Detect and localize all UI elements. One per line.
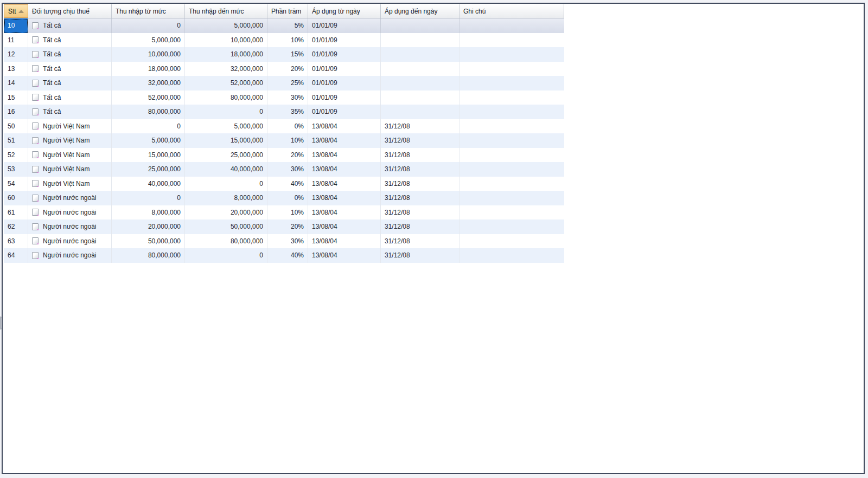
cell-stt[interactable]: 11 <box>4 33 28 48</box>
cell-thu-nhap-den-muc[interactable]: 5,000,000 <box>185 18 267 33</box>
cell-phan-tram[interactable]: 5% <box>267 18 308 33</box>
cell-ap-dung-tu-ngay[interactable]: 13/08/04 <box>308 133 381 148</box>
column-header-ghi-chu[interactable]: Ghi chú <box>459 4 564 18</box>
cell-thu-nhap-den-muc[interactable]: 5,000,000 <box>185 119 267 134</box>
cell-stt[interactable]: 61 <box>4 205 28 220</box>
cell-ap-dung-den-ngay[interactable]: 31/12/08 <box>381 191 459 205</box>
cell-doi-tuong-chiu-thue[interactable]: Người nước ngoài <box>28 248 112 263</box>
cell-ap-dung-den-ngay[interactable]: 31/12/08 <box>381 248 459 263</box>
cell-thu-nhap-den-muc[interactable]: 32,000,000 <box>185 62 267 76</box>
table-row[interactable]: 13Tất cả18,000,00032,000,00020%01/01/09 <box>4 62 564 76</box>
cell-stt[interactable]: 53 <box>4 162 28 177</box>
cell-ghi-chu[interactable] <box>459 133 564 148</box>
cell-ap-dung-den-ngay[interactable]: 31/12/08 <box>381 148 459 163</box>
column-header-phan-tram[interactable]: Phần trăm <box>267 4 308 18</box>
cell-phan-tram[interactable]: 0% <box>267 191 308 205</box>
table-row[interactable]: 15Tất cả52,000,00080,000,00030%01/01/09 <box>4 91 564 105</box>
cell-doi-tuong-chiu-thue[interactable]: Tất cả <box>28 91 112 105</box>
cell-stt[interactable]: 63 <box>4 234 28 249</box>
cell-ap-dung-den-ngay[interactable] <box>381 62 459 76</box>
table-row[interactable]: 14Tất cả32,000,00052,000,00025%01/01/09 <box>4 76 564 91</box>
cell-stt[interactable]: 51 <box>4 133 28 148</box>
cell-phan-tram[interactable]: 30% <box>267 91 308 105</box>
table-row[interactable]: 52Người Việt Nam15,000,00025,000,00020%1… <box>4 148 564 163</box>
splitter-handle[interactable] <box>0 316 2 330</box>
cell-ap-dung-den-ngay[interactable]: 31/12/08 <box>381 162 459 177</box>
cell-thu-nhap-tu-muc[interactable]: 10,000,000 <box>112 47 185 62</box>
cell-thu-nhap-den-muc[interactable]: 0 <box>185 248 267 263</box>
cell-phan-tram[interactable]: 30% <box>267 162 308 177</box>
cell-thu-nhap-tu-muc[interactable]: 52,000,000 <box>112 91 185 105</box>
column-header-doi-tuong-chiu-thue[interactable]: Đối tượng chịu thuế <box>28 4 112 18</box>
cell-thu-nhap-tu-muc[interactable]: 80,000,000 <box>112 105 185 119</box>
cell-thu-nhap-tu-muc[interactable]: 5,000,000 <box>112 33 185 48</box>
column-header-ap-dung-den-ngay[interactable]: Áp dụng đến ngày <box>381 4 459 18</box>
cell-ghi-chu[interactable] <box>459 62 564 76</box>
column-header-thu-nhap-den-muc[interactable]: Thu nhập đến mức <box>185 4 267 18</box>
cell-stt[interactable]: 50 <box>4 119 28 134</box>
cell-phan-tram[interactable]: 15% <box>267 47 308 62</box>
cell-thu-nhap-den-muc[interactable]: 0 <box>185 105 267 119</box>
cell-ap-dung-tu-ngay[interactable]: 13/08/04 <box>308 162 381 177</box>
cell-thu-nhap-den-muc[interactable]: 25,000,000 <box>185 148 267 163</box>
cell-ghi-chu[interactable] <box>459 148 564 163</box>
cell-phan-tram[interactable]: 20% <box>267 148 308 163</box>
cell-thu-nhap-tu-muc[interactable]: 80,000,000 <box>112 248 185 263</box>
cell-ap-dung-tu-ngay[interactable]: 13/08/04 <box>308 248 381 263</box>
cell-ap-dung-tu-ngay[interactable]: 01/01/09 <box>308 62 381 76</box>
table-row[interactable]: 10Tất cả05,000,0005%01/01/09 <box>4 18 564 33</box>
cell-doi-tuong-chiu-thue[interactable]: Người Việt Nam <box>28 148 112 163</box>
cell-stt[interactable]: 64 <box>4 248 28 263</box>
table-row[interactable]: 16Tất cả80,000,000035%01/01/09 <box>4 105 564 119</box>
cell-doi-tuong-chiu-thue[interactable]: Tất cả <box>28 62 112 76</box>
table-row[interactable]: 61Người nước ngoài8,000,00020,000,00010%… <box>4 205 564 220</box>
cell-ghi-chu[interactable] <box>459 105 564 119</box>
cell-ap-dung-den-ngay[interactable]: 31/12/08 <box>381 177 459 191</box>
cell-ghi-chu[interactable] <box>459 162 564 177</box>
table-row[interactable]: 50Người Việt Nam05,000,0000%13/08/0431/1… <box>4 119 564 134</box>
cell-doi-tuong-chiu-thue[interactable]: Người nước ngoài <box>28 191 112 205</box>
cell-ap-dung-tu-ngay[interactable]: 13/08/04 <box>308 234 381 249</box>
table-row[interactable]: 12Tất cả10,000,00018,000,00015%01/01/09 <box>4 47 564 62</box>
cell-thu-nhap-tu-muc[interactable]: 20,000,000 <box>112 219 185 234</box>
cell-stt[interactable]: 13 <box>4 62 28 76</box>
cell-phan-tram[interactable]: 30% <box>267 234 308 249</box>
cell-ap-dung-den-ngay[interactable]: 31/12/08 <box>381 133 459 148</box>
cell-phan-tram[interactable]: 0% <box>267 119 308 134</box>
column-header-ap-dung-tu-ngay[interactable]: Áp dụng từ ngày <box>308 4 381 18</box>
cell-stt[interactable]: 52 <box>4 148 28 163</box>
cell-stt[interactable]: 15 <box>4 91 28 105</box>
table-row[interactable]: 63Người nước ngoài50,000,00080,000,00030… <box>4 234 564 249</box>
cell-thu-nhap-tu-muc[interactable]: 32,000,000 <box>112 76 185 91</box>
cell-ghi-chu[interactable] <box>459 76 564 91</box>
cell-phan-tram[interactable]: 10% <box>267 33 308 48</box>
cell-thu-nhap-den-muc[interactable]: 40,000,000 <box>185 162 267 177</box>
cell-stt[interactable]: 60 <box>4 191 28 205</box>
cell-ap-dung-tu-ngay[interactable]: 01/01/09 <box>308 76 381 91</box>
cell-phan-tram[interactable]: 35% <box>267 105 308 119</box>
table-row[interactable]: 62Người nước ngoài20,000,00050,000,00020… <box>4 219 564 234</box>
cell-thu-nhap-den-muc[interactable]: 0 <box>185 177 267 191</box>
cell-thu-nhap-den-muc[interactable]: 52,000,000 <box>185 76 267 91</box>
cell-ap-dung-den-ngay[interactable]: 31/12/08 <box>381 205 459 220</box>
cell-ghi-chu[interactable] <box>459 91 564 105</box>
cell-phan-tram[interactable]: 40% <box>267 248 308 263</box>
cell-ghi-chu[interactable] <box>459 18 564 33</box>
cell-doi-tuong-chiu-thue[interactable]: Tất cả <box>28 33 112 48</box>
cell-doi-tuong-chiu-thue[interactable]: Tất cả <box>28 76 112 91</box>
cell-ghi-chu[interactable] <box>459 177 564 191</box>
cell-ghi-chu[interactable] <box>459 33 564 48</box>
cell-doi-tuong-chiu-thue[interactable]: Người Việt Nam <box>28 133 112 148</box>
cell-ap-dung-den-ngay[interactable] <box>381 91 459 105</box>
cell-thu-nhap-den-muc[interactable]: 20,000,000 <box>185 205 267 220</box>
cell-thu-nhap-tu-muc[interactable]: 5,000,000 <box>112 133 185 148</box>
cell-ap-dung-den-ngay[interactable]: 31/12/08 <box>381 234 459 249</box>
cell-stt[interactable]: 54 <box>4 177 28 191</box>
cell-thu-nhap-tu-muc[interactable]: 0 <box>112 191 185 205</box>
cell-doi-tuong-chiu-thue[interactable]: Tất cả <box>28 105 112 119</box>
cell-ghi-chu[interactable] <box>459 219 564 234</box>
cell-thu-nhap-den-muc[interactable]: 80,000,000 <box>185 91 267 105</box>
cell-doi-tuong-chiu-thue[interactable]: Người nước ngoài <box>28 219 112 234</box>
column-header-stt[interactable]: Stt <box>4 4 28 18</box>
cell-stt[interactable]: 16 <box>4 105 28 119</box>
